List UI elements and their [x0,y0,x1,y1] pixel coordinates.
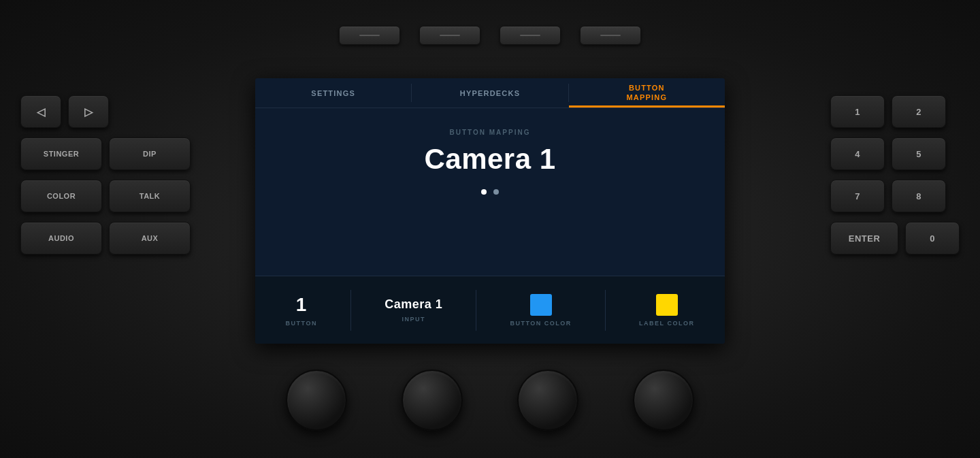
top-button-row [339,26,641,45]
right-panel: 1 2 4 5 7 8 ENTER 0 [830,95,960,255]
top-button-3[interactable] [500,26,561,45]
top-button-4[interactable] [580,26,641,45]
right-row-4-5: 4 5 [830,137,960,170]
color-button[interactable]: COLOR [20,180,102,212]
screen-content: BUTTON MAPPING Camera 1 [255,108,725,215]
enter-button[interactable]: ENTER [830,222,898,255]
rewind-button[interactable]: ◁ [20,95,61,128]
info-bar: 1 BUTTON Camera 1 INPUT BUTTON COLOR LAB… [255,276,725,344]
info-divider-2 [476,290,476,331]
rewind-icon: ◁ [37,105,46,118]
button-color-swatch[interactable] [530,294,552,316]
num-button-7[interactable]: 7 [830,180,885,212]
dip-button[interactable]: DIP [109,137,191,170]
tab-settings[interactable]: SETTINGS [255,78,411,108]
info-divider-1 [350,290,351,331]
num-button-1[interactable]: 1 [830,95,885,128]
num-button-2[interactable]: 2 [892,95,946,128]
talk-button[interactable]: TALK [109,180,191,212]
button-color-item[interactable]: BUTTON COLOR [510,294,571,327]
play-button[interactable]: ▷ [68,95,109,128]
label-color-item[interactable]: LABEL COLOR [639,294,694,327]
button-label: BUTTON [286,320,317,327]
button-color-label: BUTTON COLOR [510,320,571,327]
info-divider-3 [605,290,606,331]
play-icon: ▷ [84,105,93,118]
pagination-dot-1 [481,189,487,195]
knob-1[interactable] [286,370,347,431]
section-label: BUTTON MAPPING [450,129,531,136]
main-screen: SETTINGS HYPERDECKS BUTTONMAPPING BUTTON… [255,78,725,344]
input-name-item: Camera 1 INPUT [385,297,442,323]
pagination [481,189,499,195]
top-button-2[interactable] [419,26,480,45]
right-row-enter-0: ENTER 0 [830,222,960,255]
knob-4[interactable] [633,370,694,431]
num-button-4[interactable]: 4 [830,137,885,170]
right-row-7-8: 7 8 [830,180,960,212]
pagination-dot-2 [493,189,499,195]
stinger-button[interactable]: STINGER [20,137,102,170]
button-number-item: 1 BUTTON [286,294,317,327]
right-row-1-2: 1 2 [830,95,960,128]
label-color-swatch[interactable] [656,294,678,316]
num-button-0[interactable]: 0 [905,222,960,255]
num-button-5[interactable]: 5 [892,137,946,170]
camera-title: Camera 1 [424,143,555,176]
input-label: INPUT [402,316,425,323]
top-button-1[interactable] [339,26,400,45]
left-panel: ◁ ▷ STINGER DIP COLOR TALK AUDIO AUX [20,95,191,255]
audio-button[interactable]: AUDIO [20,222,102,255]
left-row-stinger-dip: STINGER DIP [20,137,191,170]
input-name-value: Camera 1 [385,297,442,312]
tab-bar: SETTINGS HYPERDECKS BUTTONMAPPING [255,78,725,108]
knob-3[interactable] [517,370,578,431]
button-number-value: 1 [296,294,307,316]
bottom-knobs [286,370,694,431]
left-row-audio-aux: AUDIO AUX [20,222,191,255]
aux-button[interactable]: AUX [109,222,191,255]
tab-button-mapping[interactable]: BUTTONMAPPING [569,78,725,108]
num-button-8[interactable]: 8 [892,180,946,212]
left-row-arrows: ◁ ▷ [20,95,191,128]
knob-2[interactable] [402,370,463,431]
left-row-color-talk: COLOR TALK [20,180,191,212]
label-color-label: LABEL COLOR [639,320,694,327]
tab-hyperdecks[interactable]: HYPERDECKS [412,78,568,108]
